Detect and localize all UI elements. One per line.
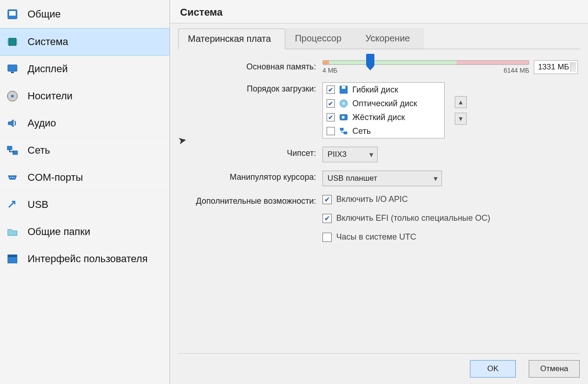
sidebar-item-label: COM-порты — [28, 172, 83, 183]
svg-point-25 — [342, 116, 345, 119]
svg-rect-2 — [9, 38, 16, 46]
checkbox-icon[interactable] — [327, 127, 335, 135]
sidebar-item-storage[interactable]: Носители — [0, 83, 170, 110]
sidebar-item-serial[interactable]: COM-порты — [0, 164, 170, 191]
checkbox-icon[interactable]: ✔ — [322, 214, 332, 223]
ok-button[interactable]: OK — [470, 360, 516, 378]
serial-port-icon — [6, 171, 19, 184]
extended-label: Дополнительные возможности: — [180, 195, 322, 206]
boot-item-floppy[interactable]: ✔ Гибкий диск — [323, 83, 444, 97]
sidebar-item-shared-folders[interactable]: Общие папки — [0, 218, 170, 246]
svg-point-17 — [14, 177, 15, 178]
cancel-button[interactable]: Отмена — [529, 360, 580, 378]
boot-item-label: Гибкий диск — [352, 85, 398, 95]
memory-min-label: 4 МБ — [322, 67, 338, 74]
opt-label: Включить EFI (только специальные ОС) — [336, 213, 490, 223]
memory-slider[interactable]: 4 МБ 6144 МБ — [322, 60, 529, 74]
boot-item-hdd[interactable]: ✔ Жёсткий диск — [323, 110, 444, 124]
display-icon — [6, 62, 19, 76]
pointing-dropdown[interactable]: USB планшет — [322, 171, 442, 186]
hdd-icon — [339, 112, 349, 122]
svg-rect-21 — [342, 86, 345, 89]
svg-rect-13 — [7, 146, 12, 150]
usb-icon — [6, 198, 19, 212]
svg-point-16 — [12, 177, 13, 178]
net-icon — [339, 126, 349, 136]
sidebar-item-label: Система — [28, 36, 68, 48]
svg-rect-9 — [8, 65, 17, 71]
settings-sidebar: Общие Система Дисплей Носители Аудио Сет… — [0, 0, 170, 384]
sidebar-item-system[interactable]: Система — [0, 28, 170, 56]
checkbox-icon[interactable]: ✔ — [327, 86, 335, 94]
page-title: Система — [170, 0, 588, 23]
tab-acceleration[interactable]: Ускорение — [356, 28, 424, 49]
boot-order-label: Порядок загрузки: — [180, 82, 322, 94]
svg-point-12 — [11, 95, 14, 97]
chip-icon — [6, 35, 19, 49]
opt-utc[interactable]: Часы в системе UTC — [322, 232, 416, 242]
opt-label: Включить I/O APIC — [336, 195, 408, 204]
tab-processor[interactable]: Процессор — [285, 28, 356, 49]
sidebar-item-label: Интерфейс пользователя — [28, 253, 147, 265]
opt-ioapic[interactable]: ✔ Включить I/O APIC — [322, 195, 408, 204]
boot-item-label: Сеть — [352, 126, 371, 136]
sidebar-item-label: Общие папки — [28, 226, 90, 238]
chipset-dropdown[interactable]: PIIX3 — [322, 147, 378, 162]
checkbox-icon[interactable]: ✔ — [327, 113, 335, 121]
boot-order-list[interactable]: ✔ Гибкий диск ✔ Оптический диск ✔ — [322, 82, 445, 138]
ui-icon — [6, 252, 19, 266]
svg-point-15 — [10, 177, 11, 178]
sidebar-item-network[interactable]: Сеть — [0, 137, 170, 164]
sidebar-item-general[interactable]: Общие — [0, 1, 170, 28]
tab-bar: Материнская плата Процессор Ускорение — [178, 28, 580, 49]
svg-point-23 — [343, 103, 345, 104]
speaker-icon — [6, 116, 19, 130]
chipset-label: Чипсет: — [180, 147, 322, 158]
opt-efi[interactable]: ✔ Включить EFI (только специальные ОС) — [322, 213, 490, 223]
memory-label: Основная память: — [180, 60, 322, 72]
checkbox-icon[interactable] — [322, 233, 332, 242]
sidebar-item-display[interactable]: Дисплей — [0, 56, 170, 83]
pointing-label: Манипулятор курсора: — [180, 171, 322, 182]
dialog-footer: OK Отмена — [178, 353, 580, 378]
svg-rect-27 — [344, 132, 347, 134]
sidebar-item-label: Дисплей — [28, 63, 68, 75]
boot-item-label: Оптический диск — [352, 99, 417, 109]
sidebar-item-usb[interactable]: USB — [0, 191, 170, 218]
network-icon — [6, 143, 19, 157]
opt-label: Часы в системе UTC — [336, 232, 416, 242]
disk-icon — [6, 89, 19, 103]
sidebar-item-label: Общие — [28, 8, 61, 20]
sidebar-item-audio[interactable]: Аудио — [0, 110, 170, 137]
memory-max-label: 6144 МБ — [503, 67, 529, 74]
checkbox-icon[interactable]: ✔ — [327, 99, 335, 108]
boot-item-network[interactable]: Сеть — [323, 124, 444, 138]
sidebar-item-label: Сеть — [28, 144, 50, 156]
sidebar-item-ui[interactable]: Интерфейс пользователя — [0, 246, 170, 273]
sidebar-item-label: Носители — [28, 90, 73, 102]
floppy-icon — [339, 85, 349, 95]
move-up-button[interactable]: ▲ — [455, 96, 467, 108]
tab-motherboard[interactable]: Материнская плата — [178, 29, 285, 49]
slider-thumb-icon[interactable] — [366, 54, 374, 66]
memory-spinbox[interactable]: 1331 МБ — [534, 60, 578, 74]
folder-icon — [6, 225, 19, 239]
boot-item-label: Жёсткий диск — [352, 113, 405, 122]
svg-rect-1 — [9, 11, 16, 16]
cd-icon — [339, 98, 349, 109]
svg-rect-10 — [11, 72, 14, 73]
svg-rect-19 — [8, 255, 17, 257]
checkbox-icon[interactable]: ✔ — [322, 195, 332, 204]
boot-item-optical[interactable]: ✔ Оптический диск — [323, 97, 444, 110]
main-panel: Система Материнская плата Процессор Уско… — [170, 0, 588, 384]
sidebar-item-label: Аудио — [28, 117, 56, 129]
svg-rect-26 — [340, 128, 344, 131]
sidebar-item-label: USB — [28, 199, 48, 211]
move-down-button[interactable]: ▼ — [455, 113, 467, 125]
general-icon — [6, 7, 19, 21]
